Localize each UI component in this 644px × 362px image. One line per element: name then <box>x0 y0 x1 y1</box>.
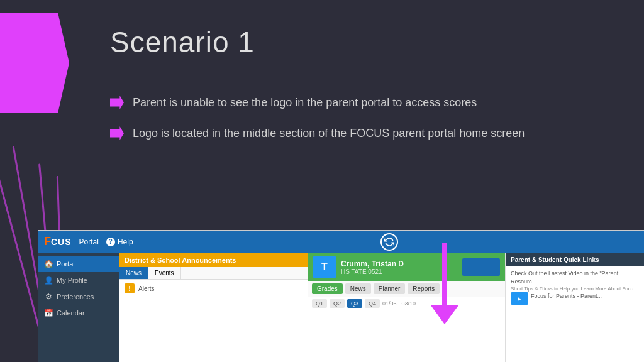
grades-tab[interactable]: Grades <box>312 283 343 294</box>
quicklinks-text2: Short Tips & Tricks to Help you Learn Mo… <box>511 285 639 292</box>
planner-tab[interactable]: Planner <box>374 283 405 294</box>
focus-logo-f: F <box>44 235 51 248</box>
quicklinks-item[interactable]: ▶ Focus for Parents - Parent... <box>511 292 639 305</box>
gear-icon: ⚙ <box>44 292 53 301</box>
sidebar-item-portal[interactable]: 🏠 Portal <box>38 256 119 272</box>
focus-layout: 🏠 Portal 👤 My Profile ⚙ Preferences 📅 Ca… <box>38 253 644 362</box>
student-nav-tabs: Grades News Planner Reports <box>308 281 505 297</box>
help-nav-link[interactable]: ? Help <box>106 238 133 246</box>
quicklinks-section: Parent & Student Quick Links Check Out t… <box>506 253 644 362</box>
arrow-shape <box>0 13 69 113</box>
calendar-icon: 📅 <box>44 309 53 317</box>
focus-sidebar: 🏠 Portal 👤 My Profile ⚙ Preferences 📅 Ca… <box>38 253 119 362</box>
sidebar-item-preferences[interactable]: ⚙ Preferences <box>38 288 119 305</box>
sidebar-portal-label: Portal <box>57 260 75 268</box>
student-placeholder-box <box>462 258 500 276</box>
quicklinks-header: Parent & Student Quick Links <box>506 253 644 266</box>
alerts-label: Alerts <box>138 285 155 292</box>
bullet-list: Parent is unable to see the logo in the … <box>110 94 601 156</box>
slide-title: Scenario 1 <box>110 25 255 59</box>
bullet-arrow-icon <box>110 96 124 109</box>
focus-logo: F CUS <box>44 235 72 248</box>
quicklinks-text1: Check Out the Lastest Video in the "Pare… <box>511 270 639 285</box>
student-header: T Crumm, Tristan D HS TATE 0521 <box>308 253 505 281</box>
bullet-text-2: Logo is located in the middle section of… <box>133 125 525 142</box>
pink-arrow-overlay <box>431 243 458 324</box>
q4-btn[interactable]: Q4 <box>365 299 380 308</box>
student-quarters: Q1 Q2 Q3 Q4 01/05 - 03/10 <box>308 297 505 310</box>
focus-main: District & School Announcements News Eve… <box>119 253 644 362</box>
sidebar-item-calendar[interactable]: 📅 Calendar <box>38 305 119 321</box>
announcements-tabs: News Events <box>119 267 308 280</box>
portal-nav-label: Portal <box>79 238 99 246</box>
pink-arrow-head <box>431 305 458 324</box>
sidebar-calendar-label: Calendar <box>57 309 85 317</box>
announcements-header: District & School Announcements <box>119 253 308 267</box>
q3-btn[interactable]: Q3 <box>347 299 362 308</box>
focus-screenshot: F CUS Portal ? Help 🏠 Portal 👤 My <box>38 230 644 362</box>
news-tab[interactable]: News <box>345 283 371 294</box>
home-icon: 🏠 <box>44 260 53 268</box>
quicklinks-item-label: Focus for Parents - Parent... <box>531 292 602 300</box>
student-section: T Crumm, Tristan D HS TATE 0521 Grades N… <box>308 253 506 362</box>
quicklinks-thumb: ▶ <box>511 292 528 305</box>
news-tab[interactable]: News <box>119 267 148 279</box>
alerts-row: ! Alerts <box>119 280 308 297</box>
help-nav-label: Help <box>118 238 133 246</box>
bullet-item-2: Logo is located in the middle section of… <box>110 125 601 142</box>
bullet-arrow-icon-2 <box>110 126 124 140</box>
bullet-item-1: Parent is unable to see the logo in the … <box>110 94 601 111</box>
focus-navbar: F CUS Portal ? Help <box>38 231 644 253</box>
pink-arrow-line <box>442 243 447 305</box>
bullet-text-1: Parent is unable to see the logo in the … <box>133 94 477 111</box>
events-tab[interactable]: Events <box>148 267 181 279</box>
announcements-section: District & School Announcements News Eve… <box>119 253 308 362</box>
quarter-date: 01/05 - 03/10 <box>382 300 416 307</box>
quicklinks-content: Check Out the Lastest Video in the "Pare… <box>506 266 644 310</box>
profile-icon: 👤 <box>44 276 53 285</box>
student-avatar: T <box>313 256 336 278</box>
q1-btn[interactable]: Q1 <box>312 299 327 308</box>
portal-nav-link[interactable]: Portal <box>79 238 99 246</box>
alert-icon: ! <box>125 283 135 293</box>
sync-icon[interactable] <box>380 233 398 251</box>
help-icon: ? <box>106 238 115 246</box>
focus-logo-text: CUS <box>51 237 72 247</box>
q2-btn[interactable]: Q2 <box>330 299 345 308</box>
sidebar-preferences-label: Preferences <box>57 293 94 300</box>
sidebar-myprofile-label: My Profile <box>57 277 87 284</box>
sidebar-item-myprofile[interactable]: 👤 My Profile <box>38 272 119 288</box>
